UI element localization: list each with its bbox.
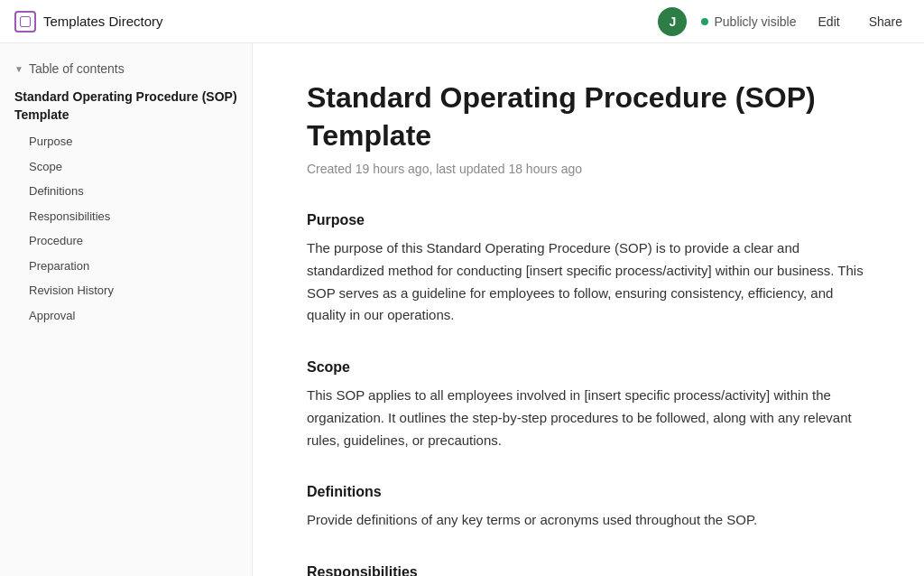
edit-button[interactable]: Edit	[811, 11, 847, 33]
visibility-dot	[701, 18, 708, 25]
sections-container: PurposeThe purpose of this Standard Oper…	[307, 212, 870, 576]
avatar: J	[658, 7, 687, 36]
app-icon	[14, 11, 36, 33]
sidebar-sub-item[interactable]: Procedure	[0, 228, 252, 254]
sidebar-main-item[interactable]: Standard Operating Procedure (SOP) Templ…	[0, 83, 252, 129]
section-purpose: PurposeThe purpose of this Standard Oper…	[307, 212, 870, 327]
section-responsibilities-heading: Responsibilities	[307, 564, 870, 576]
topbar-left: Templates Directory	[14, 11, 163, 33]
main-layout: ▼ Table of contents Standard Operating P…	[0, 43, 924, 576]
sidebar-sub-item[interactable]: Approval	[0, 303, 252, 329]
app-title: Templates Directory	[43, 14, 163, 29]
sidebar: ▼ Table of contents Standard Operating P…	[0, 43, 253, 576]
section-purpose-body: The purpose of this Standard Operating P…	[307, 237, 870, 327]
sidebar-sub-item[interactable]: Purpose	[0, 129, 252, 154]
sidebar-sub-item[interactable]: Preparation	[0, 254, 252, 279]
topbar: Templates Directory J Publicly visible E…	[0, 0, 924, 43]
doc-meta: Created 19 hours ago, last updated 18 ho…	[307, 162, 870, 176]
section-scope-body: This SOP applies to all employees involv…	[307, 385, 870, 451]
topbar-right: J Publicly visible Edit Share	[658, 7, 910, 36]
doc-title: Standard Operating Procedure (SOP) Templ…	[307, 79, 870, 154]
content-area: Standard Operating Procedure (SOP) Templ…	[253, 43, 924, 576]
toc-label: Table of contents	[29, 61, 125, 76]
section-responsibilities: ResponsibilitiesClearly define the respo…	[307, 564, 870, 576]
section-definitions: DefinitionsProvide definitions of any ke…	[307, 484, 870, 532]
app-icon-inner	[20, 16, 31, 27]
toc-header[interactable]: ▼ Table of contents	[0, 58, 252, 83]
publicly-visible-label: Publicly visible	[714, 14, 796, 29]
section-scope: ScopeThis SOP applies to all employees i…	[307, 359, 870, 451]
publicly-visible-indicator: Publicly visible	[701, 14, 796, 29]
section-definitions-heading: Definitions	[307, 484, 870, 500]
section-definitions-body: Provide definitions of any key terms or …	[307, 509, 870, 532]
sidebar-sub-item[interactable]: Scope	[0, 154, 252, 180]
sidebar-sub-item[interactable]: Definitions	[0, 179, 252, 204]
sidebar-sub-item[interactable]: Revision History	[0, 278, 252, 303]
toc-triangle-icon: ▼	[14, 64, 23, 74]
sidebar-sub-item[interactable]: Responsibilities	[0, 204, 252, 229]
share-button[interactable]: Share	[862, 11, 910, 33]
section-scope-heading: Scope	[307, 359, 870, 376]
section-purpose-heading: Purpose	[307, 212, 870, 228]
sidebar-sub-items: PurposeScopeDefinitionsResponsibilitiesP…	[0, 129, 252, 328]
